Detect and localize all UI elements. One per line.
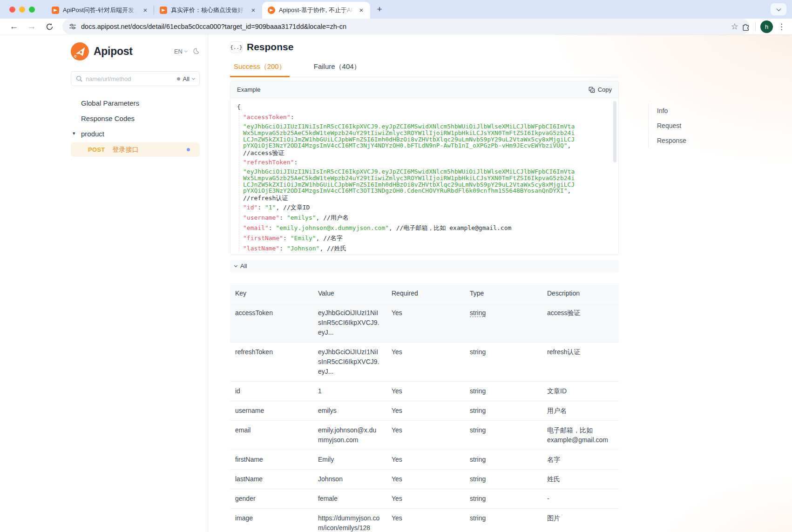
tab-close-icon[interactable]: × [357,6,366,14]
all-label: All [240,263,247,269]
code-line: "eyJhbGciOiJIUzI1NiIsInR5cCI6IkpXVCJ9.ey… [237,123,576,149]
cell-value: emily.johnson@x.dummyjson.com [313,421,386,450]
code-line: //access验证 [237,150,576,156]
browser-tab[interactable]: 真实评价：核心痛点没做好，狗× [154,2,262,19]
code-lines: {"accessToken":"eyJhbGciOiJIUzI1NiIsInR5… [237,102,576,254]
all-collapse-bar[interactable]: All [230,260,619,272]
type-value: string [470,348,486,356]
code-value: "emilys" [287,214,316,221]
address-bar[interactable]: docs.apipost.net/docs/detail/61ecba5c0cc… [62,19,750,34]
code-scrollbar-thumb[interactable] [613,101,616,162]
sidebar-item-endpoint-login[interactable]: POST登录接口 [71,142,200,157]
fullscreen-window-button[interactable] [29,7,35,13]
code-key: "lastName" [243,245,279,252]
apipost-logo-icon [71,42,89,61]
filter-dot-icon [177,77,180,81]
browser-menu-icon[interactable]: ⋮ [778,22,785,32]
anchor-link-request[interactable]: Request [649,118,704,133]
tab-success-200[interactable]: Success（200） [230,61,290,77]
cell-value: https://dummyjson.com/icon/emilys/128 [313,509,386,532]
cell-type: string [465,421,542,450]
table-body: accessTokeneyJhbGciOiJIUzI1NiIsInR5cCI6I… [230,303,619,532]
curly-braces-icon: {..} [230,41,243,53]
tab-search-chevron-button[interactable] [771,3,786,15]
code-punct: : [279,214,287,221]
cell-type: string [465,343,542,381]
code-value: "Emily" [291,235,316,242]
col-header-value: Value [313,283,386,303]
cell-description: 文章ID [542,382,619,401]
browser-tab[interactable]: ApiPost问答-针对后端开发、前× [46,2,154,19]
unread-dot-icon [187,148,190,151]
code-punct: { [237,103,241,110]
cell-value: eyJhbGciOiJIUzI1NiIsInR5cCI6IkpXVCJ9.eyJ… [313,343,386,381]
cell-description: refresh认证 [542,343,619,381]
anchor-link-response[interactable]: Response [649,133,704,148]
sidebar-search[interactable]: All [71,71,200,86]
cell-required: Yes [386,401,465,420]
minimize-window-button[interactable] [19,7,25,13]
sidebar-item-product[interactable]: ▾product [71,126,200,141]
code-line: "lastName": "Johnson", //姓氏 [237,243,576,254]
close-window-button[interactable] [9,7,15,13]
cell-description: 姓氏 [542,470,619,489]
back-button[interactable]: ← [7,19,21,34]
forward-button[interactable]: → [24,19,39,34]
profile-avatar[interactable]: h [760,20,773,33]
tab-close-icon[interactable]: × [249,6,257,14]
search-input[interactable] [86,75,174,82]
example-code-block[interactable]: {"accessToken":"eyJhbGciOiJIUzI1NiIsInR5… [230,98,618,255]
logo-text[interactable]: Apipost [94,45,174,58]
dark-mode-moon-icon[interactable] [192,47,200,55]
example-header: Example Copy [230,81,618,98]
chevron-down-icon [234,263,237,267]
cell-key: id [230,382,313,401]
cell-type: string [465,401,542,420]
docs-sidebar: Apipost EN All Global ParametersResponse… [0,34,208,532]
search-filter-dropdown[interactable]: All [177,75,195,82]
sidebar-item-response-codes[interactable]: Response Codes [71,111,200,126]
code-line: { [237,102,576,112]
page-body: Apipost EN All Global ParametersResponse… [0,34,792,532]
code-comment: //用户名 [323,214,349,221]
code-value: "eyJhbGciOiJIUzI1NiIsInR5cCI6IkpXVCJ9.ey… [243,168,575,194]
extensions-puzzle-icon[interactable] [741,22,751,31]
language-selector[interactable]: EN [174,48,187,55]
copy-button[interactable]: Copy [589,86,612,93]
code-punct: , [316,235,324,242]
cell-value: Emily [313,450,386,469]
cell-required: Yes [386,470,465,489]
tab-failure-404[interactable]: Failure（404） [310,61,365,77]
sidebar-item-global-parameters[interactable]: Global Parameters [71,95,200,111]
site-settings-icon[interactable] [69,23,76,30]
code-key: "accessToken" [243,114,291,121]
cell-required: Yes [386,303,465,342]
code-comment: //名字 [323,235,343,242]
cell-value: female [313,489,386,508]
browser-tab-active[interactable]: Apipost-基于协作, 不止于API文× [262,2,370,19]
sidebar-nav: Global ParametersResponse Codes▾productP… [71,95,200,157]
code-punct: : [283,235,291,242]
table-row: emailemily.johnson@x.dummyjson.comYesstr… [230,421,619,450]
type-value: string [470,495,486,502]
response-tabs: Success（200） Failure（404） [230,61,619,77]
cell-value: eyJhbGciOiJIUzI1NiIsInR5cCI6IkpXVCJ9.eyJ… [313,303,386,342]
tab-close-icon[interactable]: × [141,6,149,14]
type-value: string [470,387,486,395]
type-value: string [470,407,486,414]
code-comment: //refresh认证 [243,195,288,202]
chevron-down-icon [184,49,188,53]
caret-expanded-icon[interactable]: ▾ [73,130,75,136]
cell-key: accessToken [230,303,313,342]
url-text[interactable]: docs.apipost.net/docs/detail/61ecba5c0cc… [81,23,346,30]
cell-key: image [230,509,313,532]
bookmark-star-icon[interactable]: ☆ [731,21,738,32]
reload-button[interactable] [42,19,57,34]
anchor-link-info[interactable]: Info [649,103,704,118]
code-line: "username": "emilys", //用户名 [237,213,576,223]
cell-description: - [542,489,619,508]
code-line: "accessToken": [237,112,576,122]
cell-value: Johnson [313,470,386,489]
col-header-key: Key [230,283,313,303]
new-tab-button[interactable]: + [373,3,386,16]
